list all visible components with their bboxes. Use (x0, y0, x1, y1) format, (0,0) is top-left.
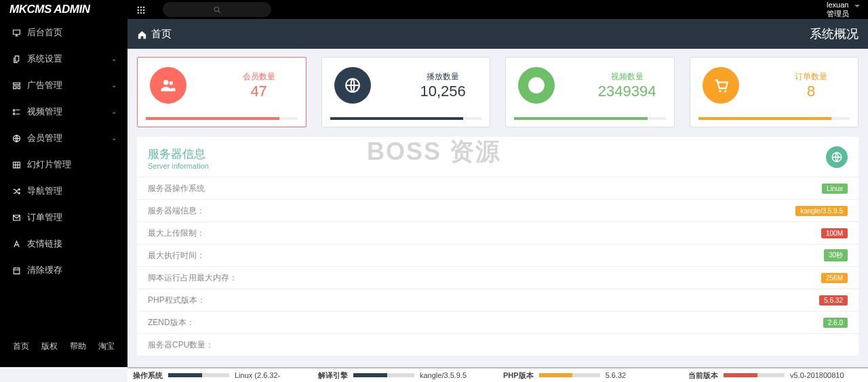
stat-value: 47 (222, 83, 296, 100)
footer-label: 当前版本 (688, 370, 718, 381)
footer-bar (724, 373, 785, 377)
chevron-down-icon: ⌄ (111, 134, 117, 142)
server-info-row: 脚本运行占用最大内存：256M (137, 266, 859, 289)
sidebar-item-label: 会员管理 (27, 132, 111, 144)
bottom-link[interactable]: 首页 (13, 341, 29, 352)
server-info-row: 服务器CPU数量： (137, 333, 859, 356)
sidebar-bottom-links: 首页版权帮助淘宝 (0, 341, 127, 352)
row-key: 最大上传限制： (148, 228, 821, 239)
cart-icon (703, 67, 739, 104)
row-value-badge: 100M (821, 228, 848, 238)
stat-label: 视频数量 (590, 71, 665, 83)
row-key: 脚本运行占用最大内存： (148, 272, 821, 284)
home-icon[interactable] (137, 28, 147, 40)
main-content: 会员数量47播放数量10,256视频数量2349394订单数量8 服务器信息 S… (127, 49, 868, 367)
sidebar-item-1[interactable]: 系统设置⌄ (0, 45, 127, 72)
globe-icon (826, 146, 848, 168)
sidebar-item-label: 清除缓存 (27, 264, 127, 276)
sidebar-item-5[interactable]: 幻灯片管理 (0, 151, 127, 177)
page-title: 系统概况 (810, 26, 859, 42)
footer-col: 当前版本v5.0-201800810 (683, 368, 868, 382)
server-info-panel: 服务器信息 Server information 服务器操作系统Linux服务器… (137, 137, 859, 356)
sidebar-item-label: 后台首页 (27, 26, 127, 39)
server-info-row: 服务器端信息：kangle/3.5.9.5 (137, 199, 859, 221)
font-icon (12, 238, 27, 249)
row-key: 服务器操作系统 (148, 183, 822, 194)
row-value-badge: 2.6.0 (823, 318, 848, 328)
row-key: ZEND版本： (148, 317, 823, 328)
footer-value: 5.6.32 (606, 371, 627, 379)
row-value-badge: 5.6.32 (819, 295, 848, 305)
sidebar-item-label: 订单管理 (27, 211, 127, 224)
footer-label: PHP版本 (503, 370, 534, 381)
breadcrumb-text[interactable]: 首页 (151, 28, 172, 41)
apps-button[interactable] (127, 4, 155, 15)
stat-label: 播放数量 (406, 71, 480, 83)
panel-title-en: Server information (148, 162, 209, 170)
row-value-badge: kangle/3.5.9.5 (795, 206, 848, 216)
row-key: 服务器端信息： (148, 205, 795, 217)
footer-bar (168, 373, 229, 377)
stat-card-blue[interactable]: 播放数量10,256 (321, 57, 491, 127)
footer-bar (353, 373, 414, 377)
list-icon (12, 106, 27, 116)
footer-col: PHP版本5.6.32 (498, 368, 683, 382)
globe-icon (334, 67, 371, 104)
footer-label: 解译引擎 (318, 370, 348, 381)
user-role: 管理员 (827, 9, 849, 18)
footer-value: kangle/3.5.9.5 (420, 371, 467, 379)
sidebar-item-label: 友情链接 (27, 238, 127, 250)
chevron-down-icon: ⌄ (111, 108, 117, 115)
logo: MKCMS ADMIN (0, 3, 127, 16)
sidebar-item-4[interactable]: 会员管理⌄ (0, 125, 127, 151)
footer-col: 操作系统Linux (2.6.32- (127, 368, 313, 382)
stat-card-red[interactable]: 会员数量47 (137, 57, 307, 127)
apps-icon (136, 5, 146, 15)
sidebar-item-0[interactable]: 后台首页 (0, 19, 127, 45)
stat-card-green[interactable]: 视频数量2349394 (505, 57, 675, 127)
sidebar-item-6[interactable]: 导航管理 (0, 177, 127, 204)
footer-status-bar: 操作系统Linux (2.6.32-解译引擎kangle/3.5.9.5PHP版… (127, 367, 868, 382)
bottom-link[interactable]: 淘宝 (98, 341, 115, 352)
sidebar-item-2[interactable]: 广告管理⌄ (0, 72, 127, 98)
layout-icon (12, 80, 27, 90)
sidebar-item-8[interactable]: 友情链接 (0, 230, 127, 257)
stat-card-orange[interactable]: 订单数量8 (690, 57, 859, 127)
footer-bar (539, 373, 600, 377)
footer-value: Linux (2.6.32- (235, 371, 280, 379)
row-value-badge: 256M (821, 273, 848, 283)
server-info-row: 最大上传限制：100M (137, 221, 859, 244)
stat-value: 2349394 (590, 83, 665, 100)
shuffle-icon (12, 186, 27, 196)
panel-title-cn: 服务器信息 (148, 146, 209, 162)
row-value-badge: Linux (822, 184, 848, 194)
monitor-icon (12, 27, 27, 37)
mail-icon (12, 212, 27, 222)
bottom-link[interactable]: 版权 (41, 341, 58, 352)
bottom-link[interactable]: 帮助 (70, 341, 86, 352)
chevron-down-icon (854, 5, 860, 7)
sidebar-item-7[interactable]: 订单管理 (0, 204, 127, 230)
sidebar-item-3[interactable]: 视频管理⌄ (0, 98, 127, 125)
server-info-row: 服务器操作系统Linux (137, 177, 859, 199)
download-icon (518, 67, 555, 104)
user-menu[interactable]: lexuan 管理员 (827, 1, 868, 18)
search-input[interactable] (163, 2, 271, 17)
stats-row: 会员数量47播放数量10,256视频数量2349394订单数量8 (137, 57, 859, 127)
search-icon (213, 5, 222, 14)
sidebar-item-label: 广告管理 (27, 79, 111, 91)
row-key: 服务器CPU数量： (148, 339, 848, 351)
footer-col: 解译引擎kangle/3.5.9.5 (313, 368, 498, 382)
row-value-badge: 30秒 (824, 249, 848, 261)
sidebar-item-label: 导航管理 (27, 185, 127, 197)
footer-label: 操作系统 (133, 370, 163, 381)
stat-value: 10,256 (406, 83, 480, 100)
copy-icon (12, 54, 27, 64)
stat-value: 8 (774, 83, 848, 100)
grid-icon (12, 159, 27, 169)
stat-label: 会员数量 (222, 71, 296, 83)
user-name: lexuan (827, 1, 849, 9)
sidebar-item-9[interactable]: 清除缓存 (0, 257, 127, 283)
sidebar: 后台首页系统设置⌄广告管理⌄视频管理⌄会员管理⌄幻灯片管理导航管理订单管理友情链… (0, 19, 127, 367)
server-info-row: ZEND版本：2.6.0 (137, 311, 859, 333)
